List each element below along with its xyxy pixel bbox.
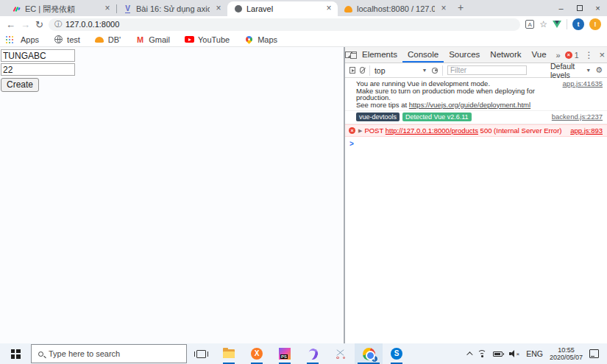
source-link[interactable]: app.js:893 xyxy=(570,127,603,135)
tab-close-icon[interactable]: × xyxy=(439,4,449,14)
bookmark-youtube[interactable]: YouTube xyxy=(185,35,230,44)
volume-muted-icon[interactable]: × xyxy=(509,350,519,357)
quantity-field[interactable] xyxy=(1,63,75,76)
tab-laravel-active[interactable]: Laravel × xyxy=(227,1,338,16)
close-window-button[interactable]: × xyxy=(589,0,607,16)
devtools-tab-elements[interactable]: Elements xyxy=(357,47,402,63)
chrome-profile-badge: t xyxy=(371,355,378,363)
console-prompt-chevron[interactable]: > xyxy=(345,137,607,151)
console-error-post-500[interactable]: × ▶ POST http://127.0.0.1:8000/products … xyxy=(345,124,607,138)
bookmark-apps[interactable]: Apps xyxy=(7,35,39,44)
apps-grid-icon xyxy=(7,35,17,44)
more-tabs-icon[interactable]: » xyxy=(552,51,565,60)
bookmarks-bar: Apps test DB' M Gmail YouTube Maps xyxy=(0,32,607,47)
levels-value: Default levels xyxy=(550,62,583,79)
console-settings-gear-icon[interactable]: ⚙ xyxy=(595,65,603,75)
bookmark-test[interactable]: test xyxy=(54,35,80,44)
tab-close-icon[interactable]: × xyxy=(102,4,113,14)
monday-favicon-icon xyxy=(12,4,21,14)
battery-icon[interactable] xyxy=(493,351,503,357)
log-levels-select[interactable]: Default levels ▼ xyxy=(550,62,591,79)
page-content: Create xyxy=(0,47,344,343)
search-input[interactable] xyxy=(49,349,180,358)
window-controls: – × xyxy=(552,0,607,16)
language-indicator[interactable]: ENG xyxy=(526,349,543,358)
console-message-vue-dev-mode: You are running Vue in development mode.… xyxy=(345,78,607,111)
deployment-guide-link[interactable]: https://vuejs.org/guide/deployment.html xyxy=(409,101,530,109)
devtools-tab-console[interactable]: Console xyxy=(402,47,444,63)
phpstorm-icon: PS xyxy=(279,348,291,360)
new-tab-button[interactable]: + xyxy=(452,1,469,15)
taskbar-search-box[interactable] xyxy=(31,344,187,363)
clock-date: 2020/05/07 xyxy=(550,354,583,362)
xampp-button[interactable]: X xyxy=(243,343,271,364)
action-center-icon[interactable] xyxy=(589,349,599,358)
toolbar-separator xyxy=(442,65,443,76)
context-select[interactable]: top ▼ xyxy=(375,66,427,75)
page-info-icon[interactable]: ⓘ xyxy=(54,19,62,29)
vue-devtools-extension-icon[interactable] xyxy=(553,21,561,28)
chrome-icon: t xyxy=(363,348,375,360)
devtools-panel: Elements Console Sources Network Vue » ×… xyxy=(344,47,607,343)
extension-badge-icon[interactable]: ! xyxy=(589,18,601,30)
task-view-button[interactable] xyxy=(187,343,215,364)
tab-close-icon[interactable]: × xyxy=(213,4,224,14)
chevron-down-icon: ▼ xyxy=(422,68,427,73)
snipping-tool-button[interactable] xyxy=(327,343,355,364)
create-button[interactable]: Create xyxy=(1,78,39,92)
toolbar-separator xyxy=(369,65,370,76)
task-view-icon xyxy=(196,350,206,358)
clear-console-icon[interactable] xyxy=(360,67,365,74)
expand-triangle-icon[interactable]: ▶ xyxy=(358,127,362,135)
scissors-icon xyxy=(336,349,346,359)
devtools-tabbar-right: × 1 ⋮ × xyxy=(565,49,607,60)
purple-app-button[interactable] xyxy=(299,343,327,364)
devtools-menu-icon[interactable]: ⋮ xyxy=(585,50,594,60)
address-bar[interactable]: ⓘ 127.0.0.1:8000 xyxy=(49,18,520,31)
tab-close-icon[interactable]: × xyxy=(324,4,334,14)
show-hidden-icons-chevron[interactable] xyxy=(466,351,472,357)
error-count-badge[interactable]: × 1 xyxy=(565,51,579,60)
console-log: You are running Vue in development mode.… xyxy=(345,78,607,343)
wifi-icon[interactable] xyxy=(478,350,486,357)
maximize-button[interactable] xyxy=(570,0,589,16)
minimize-button[interactable]: – xyxy=(552,0,570,16)
source-link[interactable]: backend.js:2237 xyxy=(552,113,603,121)
back-button[interactable]: ← xyxy=(6,20,15,29)
console-toolbar: top ▼ Default levels ▼ ⚙ xyxy=(345,63,607,78)
bookmark-db[interactable]: DB' xyxy=(95,35,121,44)
phpstorm-button[interactable]: PS xyxy=(271,343,299,364)
skype-icon: S xyxy=(391,348,402,360)
name-field[interactable] xyxy=(1,49,75,62)
bookmark-maps[interactable]: Maps xyxy=(244,35,277,44)
tab-viblo[interactable]: V Bài 16: Sử dụng axios để gọi Lara × xyxy=(117,1,227,16)
tab-ec[interactable]: EC | 開発依頼 × xyxy=(6,1,116,16)
tab-localhost[interactable]: localhost:8080 / 127.0.0.1 / vuejs × xyxy=(338,1,452,16)
error-circle-icon: × xyxy=(565,51,572,59)
gmail-icon: M xyxy=(135,35,145,44)
console-sidebar-toggle-icon[interactable] xyxy=(349,67,355,74)
devtools-tab-vue[interactable]: Vue xyxy=(527,47,552,63)
live-expression-eye-icon[interactable] xyxy=(432,68,439,74)
skype-button[interactable]: S xyxy=(383,343,411,364)
console-filter-input[interactable] xyxy=(447,65,527,75)
profile-avatar[interactable]: t xyxy=(572,18,584,30)
chrome-button[interactable]: t xyxy=(355,343,383,364)
file-explorer-button[interactable] xyxy=(215,343,243,364)
device-toolbar-icon[interactable] xyxy=(352,47,357,63)
devtools-close-icon[interactable]: × xyxy=(600,49,606,60)
devtools-tab-sources[interactable]: Sources xyxy=(444,47,485,63)
console-message-vue-detected: vue-devtoolsDetected Vue v2.6.11 backend… xyxy=(345,111,607,124)
forward-button[interactable]: → xyxy=(21,20,30,29)
source-link[interactable]: app.js:41635 xyxy=(563,80,603,88)
bookmark-star-icon[interactable]: ☆ xyxy=(539,20,547,29)
bookmark-gmail[interactable]: M Gmail xyxy=(135,35,170,44)
start-button[interactable] xyxy=(0,343,31,364)
devtools-tab-network[interactable]: Network xyxy=(485,47,526,63)
taskbar-clock[interactable]: 10:55 2020/05/07 xyxy=(550,346,583,362)
tab-title: Bài 16: Sử dụng axios để gọi Lara xyxy=(136,4,210,13)
request-url-link[interactable]: http://127.0.0.1:8000/products xyxy=(386,126,478,135)
reload-button[interactable]: ↻ xyxy=(35,20,43,29)
localhost-favicon-icon xyxy=(344,4,353,14)
translate-icon[interactable]: A xyxy=(525,20,534,29)
